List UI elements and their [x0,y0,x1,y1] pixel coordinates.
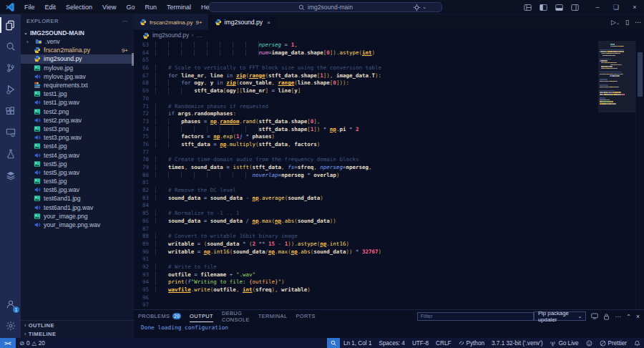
notifications[interactable] [630,338,644,348]
panel-tab-ports[interactable]: PORTS [296,310,315,322]
menu-run[interactable]: Run [140,0,162,14]
output-content[interactable]: Done loading configuration [134,322,644,338]
workspace-name: img2sound-main [308,4,353,11]
explorer-icon[interactable] [0,14,21,36]
eol[interactable]: CRLF [432,338,454,348]
settings-icon[interactable] [0,315,21,337]
file-name: your_image.png [44,213,88,220]
scrollbar-thumb[interactable] [638,52,643,97]
output-channel-select[interactable]: Pip package updater ⌄ [534,311,586,321]
breadcrumb[interactable]: img2sound.py › … [134,30,644,41]
remote-indicator[interactable]: >< [0,338,16,348]
file-item-test5.jpg.wav[interactable]: test5.jpg.wav [21,168,134,177]
encoding[interactable]: UTF-8 [409,338,432,348]
open-output-in-editor-icon[interactable] [591,313,598,319]
source-control-icon[interactable] [0,57,21,79]
line-number: 68 [134,79,155,87]
file-item-test3.png[interactable]: test3.png [21,125,134,133]
audio-icon [34,134,41,141]
line-number: 73 [134,118,155,126]
restore-button[interactable]: ❏ [607,0,625,14]
toggle-secondary-sidebar-icon[interactable] [567,0,582,14]
toggle-sidebar-icon[interactable] [535,0,551,14]
file-item-your_image.png[interactable]: your_image.png [21,212,134,221]
file-item-mylove.jpg[interactable]: mylove.jpg [21,64,134,72]
testing-icon[interactable] [0,143,21,165]
file-item-test5.jpg[interactable]: test5.jpg [21,160,134,168]
editor-scrollbar[interactable] [635,41,644,309]
file-item-test3.png.wav[interactable]: test3.png.wav [21,133,134,142]
toggle-panel-icon[interactable] [551,0,567,14]
remote-explorer-icon[interactable] [0,122,21,143]
prettier[interactable]: Prettier [596,338,630,348]
run-python-button[interactable]: ▷⌄ [611,19,620,26]
file-item-test2.png.wav[interactable]: test2.png.wav [21,116,134,125]
file-item-.venv[interactable]: ›.venv [21,37,134,46]
minimap[interactable] [598,41,635,309]
line-number: 63 [134,42,155,49]
minimize-button[interactable]: – [588,0,607,14]
menu-file[interactable]: File [19,0,40,14]
close-tab-icon[interactable]: × [267,19,270,26]
search-highlight[interactable] [327,338,340,348]
command-center[interactable]: img2sound-main [209,2,442,12]
tab-frscan2malina.py[interactable]: frscan2malina.py9+ [134,14,209,30]
file-item-your_image.png.wav[interactable]: your_image.png.wav [21,221,134,229]
section-timeline[interactable]: ›TIMELINE [21,329,134,338]
file-item-requirements.txt[interactable]: requirements.txt [21,81,134,90]
panel-tab-problems[interactable]: PROBLEMS20 [138,310,181,322]
panel-tab-debug-console[interactable]: DEBUG CONSOLE [222,310,250,322]
menu-view[interactable]: View [97,0,121,14]
explorer-more-icon[interactable]: ⋯ [122,18,128,24]
go-live[interactable]: Go Live [546,338,582,348]
panel-more-icon[interactable]: ⋯ [615,313,621,320]
customize-layout-icon[interactable] [519,0,535,14]
menu-go[interactable]: Go [121,0,140,14]
split-editor-icon[interactable]: ▯ [625,19,629,26]
maximize-panel-icon[interactable]: ⌃ [626,313,631,320]
accounts-icon[interactable]: 1 [0,294,21,315]
indentation[interactable]: Spaces: 4 [375,338,408,348]
feedback[interactable] [582,338,596,348]
panel-tab-output[interactable]: OUTPUT [190,310,213,322]
lock-scroll-icon[interactable] [603,313,610,320]
output-filter-input[interactable] [417,312,534,321]
close-button[interactable]: × [625,0,644,14]
language-mode[interactable]: Python [455,338,489,348]
file-item-img2sound.py[interactable]: img2sound.py [21,54,134,63]
file-item-test1.jpg.wav[interactable]: test1.jpg.wav [21,98,134,107]
menu-selection[interactable]: Selection [61,0,97,14]
line-number: 78 [134,156,155,164]
panel-tab-terminal[interactable]: TERMINAL [258,310,288,322]
file-item-test6and1.jpg[interactable]: test6and1.jpg [21,194,134,203]
file-name: test5.jpg.wav [44,169,79,176]
menu-terminal[interactable]: Terminal [162,0,196,14]
workspace-root-folder[interactable]: ⌄ IMG2SOUND-MAIN [21,28,134,37]
menu-edit[interactable]: Edit [40,0,62,14]
audio-icon [34,169,41,176]
file-item-test6and1.jpg.wav[interactable]: test6and1.jpg.wav [21,203,134,212]
file-item-mylove.jpg.wav[interactable]: mylove.jpg.wav [21,72,134,81]
modified-count-badge: 9+ [122,47,128,54]
file-item-test6.jpg.wav[interactable]: test6.jpg.wav [21,185,134,194]
code-editor[interactable]: 63 nperseg = 1,64 num=image_data.shape[0… [134,41,598,309]
python-interpreter[interactable]: 3.7.1 32-bit ('.venv') [488,338,546,348]
run-debug-icon[interactable] [0,79,21,100]
search-icon[interactable] [0,36,21,57]
extensions-icon[interactable] [0,100,21,122]
menu-bar: FileEditSelectionViewGoRunTerminalHelp [19,0,219,14]
file-item-test1.jpg[interactable]: test1.jpg [21,90,134,98]
file-item-frscan2malina.py[interactable]: frscan2malina.py9+ [21,46,134,54]
file-item-test2.png[interactable]: test2.png [21,107,134,116]
file-item-test6.jpg[interactable]: test6.jpg [21,177,134,185]
tab-img2sound.py[interactable]: img2sound.py× [209,14,277,30]
editor-more-icon[interactable]: ⋯ [635,19,641,26]
problems-status[interactable]: ⊘ 0 △ 20 [16,338,49,348]
layers-icon[interactable] [0,165,21,186]
cursor-position[interactable]: Ln 1, Col 1 [340,338,376,348]
file-item-test4.jpg[interactable]: test4.jpg [21,142,134,150]
section-outline[interactable]: ›OUTLINE [21,321,134,329]
close-panel-icon[interactable]: × [636,313,640,320]
settings-dropdown[interactable]: ⌄ [413,4,426,11]
file-item-test4.jpg.wav[interactable]: test4.jpg.wav [21,150,134,159]
